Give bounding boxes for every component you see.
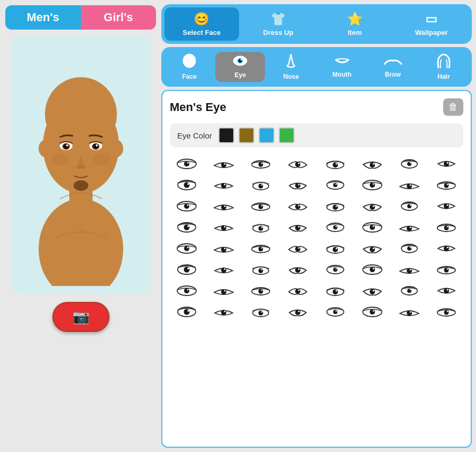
eye-cell[interactable] (207, 155, 241, 173)
svg-point-88 (221, 225, 226, 230)
eye-cell[interactable] (355, 155, 389, 173)
eye-cell[interactable] (281, 218, 315, 236)
eye-cell[interactable] (318, 261, 352, 279)
tab-select-face[interactable]: 😊 Select Face (164, 7, 239, 41)
eye-cell[interactable] (281, 197, 315, 215)
eye-cell[interactable] (281, 239, 315, 257)
eye-cell[interactable] (429, 303, 463, 321)
eye-cell[interactable] (207, 303, 241, 321)
svg-point-64 (447, 184, 448, 186)
eye-cell[interactable] (392, 303, 426, 321)
eye-cell[interactable] (244, 261, 278, 279)
tab-dress-up[interactable]: 👕 Dress Up (241, 7, 316, 41)
svg-point-53 (298, 184, 300, 186)
eye-cell[interactable] (207, 282, 241, 300)
eye-cell[interactable] (355, 239, 389, 257)
eye-cell[interactable] (429, 218, 463, 236)
svg-point-129 (221, 267, 226, 273)
eye-cell[interactable] (244, 282, 278, 300)
eye-cell[interactable] (281, 303, 315, 321)
eye-cell[interactable] (318, 218, 352, 236)
eye-cell[interactable] (244, 155, 278, 173)
svg-point-114 (295, 246, 300, 252)
eye-cell[interactable] (355, 197, 389, 215)
eye-cell[interactable] (318, 239, 352, 257)
eye-cell[interactable] (244, 303, 278, 321)
eye-cell[interactable] (170, 176, 204, 194)
sec-tab-mouth[interactable]: Mouth (317, 52, 367, 81)
sec-tab-hair[interactable]: Hair (419, 50, 469, 84)
svg-point-150 (221, 289, 226, 294)
color-swatch-green[interactable] (279, 127, 295, 143)
eye-cell[interactable] (392, 176, 426, 194)
eye-cell[interactable] (170, 282, 204, 300)
eye-cell[interactable] (207, 176, 241, 194)
eye-cell[interactable] (281, 155, 315, 173)
eye-cell[interactable] (244, 218, 278, 236)
eye-cell[interactable] (392, 197, 426, 215)
camera-button[interactable]: 📷 (52, 302, 109, 332)
eye-cell[interactable] (355, 282, 389, 300)
item-icon: ⭐ (347, 12, 363, 26)
eye-cell[interactable] (170, 239, 204, 257)
item-label: Item (348, 29, 362, 36)
eye-cell[interactable] (392, 261, 426, 279)
girls-tab[interactable]: Girl's (81, 5, 157, 30)
tab-item[interactable]: ⭐ Item (318, 7, 392, 41)
eye-cell[interactable] (318, 176, 352, 194)
svg-point-135 (298, 269, 300, 270)
eye-cell[interactable] (207, 218, 241, 236)
eye-cell[interactable] (281, 282, 315, 300)
color-swatch-brown[interactable] (239, 127, 254, 143)
eye-cell[interactable] (318, 303, 352, 321)
eye-cell[interactable] (207, 197, 241, 215)
color-swatch-blue[interactable] (259, 127, 274, 143)
eye-cell[interactable] (207, 239, 241, 257)
eye-cell[interactable] (244, 176, 278, 194)
eye-cell[interactable] (392, 239, 426, 257)
eye-cell[interactable] (429, 155, 463, 173)
svg-point-156 (298, 290, 300, 291)
eye-cell[interactable] (170, 218, 204, 236)
eye-cell[interactable] (429, 261, 463, 279)
sec-tab-brow[interactable]: Brow (368, 52, 418, 81)
camera-icon: 📷 (72, 309, 89, 325)
svg-point-110 (224, 248, 226, 250)
eye-cell[interactable] (355, 218, 389, 236)
eye-cell[interactable] (207, 261, 241, 279)
eye-cell[interactable] (392, 282, 426, 300)
color-swatch-black[interactable] (218, 127, 234, 143)
eye-cell[interactable] (170, 155, 204, 173)
eye-cell[interactable] (429, 239, 463, 257)
sec-tab-nose[interactable]: Nose (266, 50, 316, 84)
svg-point-46 (187, 183, 189, 185)
svg-point-102 (409, 227, 411, 228)
eye-cell[interactable] (392, 155, 426, 173)
eye-cell[interactable] (244, 239, 278, 257)
svg-point-186 (444, 310, 448, 315)
tab-wallpaper[interactable]: ▭ Wallpaper (394, 7, 469, 41)
svg-point-153 (259, 289, 263, 294)
eye-cell[interactable] (281, 261, 315, 279)
eye-cell[interactable] (355, 303, 389, 321)
svg-point-72 (261, 205, 263, 207)
eye-cell[interactable] (355, 176, 389, 194)
sec-tab-face[interactable]: Face (164, 50, 214, 84)
eye-cell[interactable] (170, 197, 204, 215)
svg-point-4 (39, 140, 51, 157)
eye-cell[interactable] (318, 197, 352, 215)
eye-cell[interactable] (429, 197, 463, 215)
eye-cell[interactable] (318, 155, 352, 173)
eye-cell[interactable] (170, 303, 204, 321)
eye-cell[interactable] (429, 176, 463, 194)
eye-cell[interactable] (244, 197, 278, 215)
eye-cell[interactable] (392, 218, 426, 236)
eye-cell[interactable] (318, 282, 352, 300)
eye-cell[interactable] (170, 261, 204, 279)
mens-tab[interactable]: Men's (5, 5, 81, 30)
eye-cell[interactable] (429, 282, 463, 300)
eye-cell[interactable] (355, 261, 389, 279)
eye-cell[interactable] (281, 176, 315, 194)
sec-tab-eye[interactable]: Eye (215, 52, 265, 82)
trash-button[interactable]: 🗑 (443, 98, 463, 116)
